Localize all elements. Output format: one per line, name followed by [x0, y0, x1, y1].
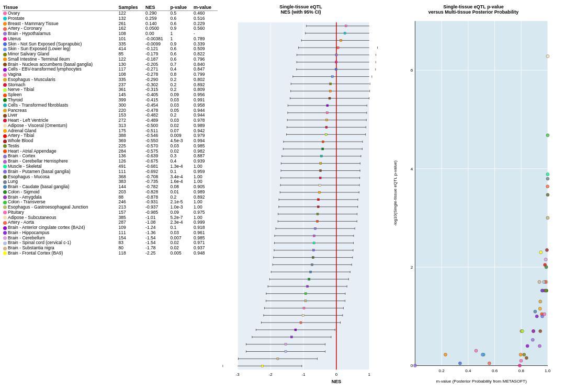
svg-rect-79: [322, 141, 324, 143]
tissue-mvalue: 0.560: [193, 26, 218, 31]
svg-rect-195: [285, 351, 287, 353]
svg-point-259: [546, 193, 549, 197]
svg-rect-204: [415, 21, 548, 365]
svg-text:6: 6: [411, 68, 413, 73]
forest-plot-panel: Single-tissue eQTLNES (with 95% CI) -3-2…: [220, 0, 382, 392]
svg-text:1.0: 1.0: [545, 368, 551, 373]
svg-point-270: [541, 289, 544, 292]
svg-text:-2: -2: [269, 372, 273, 377]
svg-rect-131: [313, 235, 315, 237]
svg-point-265: [546, 216, 549, 220]
tissue-pvalue: 1: [169, 31, 193, 37]
svg-point-267: [546, 55, 549, 58]
svg-rect-127: [314, 227, 317, 229]
svg-text:NES: NES: [332, 379, 342, 384]
svg-point-250: [538, 307, 541, 310]
col-pvalue: p-value: [169, 4, 193, 11]
svg-rect-27: [337, 47, 339, 49]
col-samples: Samples: [117, 4, 144, 11]
svg-text:0.2: 0.2: [439, 368, 445, 373]
forest-plot-title: Single-tissue eQTLNES (with 95% CI): [222, 4, 380, 15]
svg-point-253: [544, 289, 547, 292]
svg-point-236: [519, 353, 522, 356]
svg-rect-35: [335, 61, 337, 63]
svg-rect-19: [344, 32, 346, 34]
svg-text:0: 0: [335, 372, 338, 377]
svg-point-274: [539, 251, 543, 254]
svg-text:-3: -3: [236, 372, 240, 377]
tissue-name-cell: Pancreas: [2, 108, 117, 113]
svg-point-272: [543, 280, 546, 283]
svg-rect-67: [326, 119, 328, 121]
svg-rect-139: [312, 249, 314, 251]
scatter-plot-title: Single-tissue eQTL p-valueversus Multi-t…: [384, 4, 563, 15]
svg-rect-15: [345, 25, 347, 27]
tissue-name-cell: Brain - Frontal Cortex (BA9): [2, 251, 117, 256]
svg-point-234: [481, 353, 484, 356]
svg-point-268: [546, 185, 549, 188]
svg-point-263: [532, 330, 535, 333]
table-row: Brain - Hypothalamus 108 0.00 1 -: [2, 31, 218, 37]
svg-point-237: [525, 356, 528, 360]
svg-rect-159: [307, 285, 309, 287]
svg-point-266: [543, 313, 546, 316]
svg-point-262: [545, 266, 548, 269]
forest-plot-svg: -3-2-101NES: [222, 16, 380, 387]
table-row: Spleen 145 -0.405 0.09 0.956: [2, 93, 218, 98]
svg-point-235: [523, 353, 526, 356]
svg-rect-91: [320, 163, 322, 165]
svg-point-273: [538, 280, 541, 283]
svg-point-269: [535, 315, 538, 318]
table-row: Esophagus - Gastroesophageal Junction 21…: [2, 205, 218, 210]
svg-point-255: [531, 338, 534, 341]
table-row: Ovary 122 0.290 0.5 0.460: [2, 11, 218, 16]
svg-rect-179: [300, 321, 302, 324]
svg-rect-147: [311, 263, 313, 266]
tissue-pvalue: 0.005: [169, 251, 193, 256]
svg-rect-31: [335, 54, 337, 56]
svg-rect-23: [340, 39, 342, 41]
svg-text:m-value (Posterior Probability: m-value (Posterior Probability from META…: [436, 379, 527, 384]
table-row: Brain - Frontal Cortex (BA9) 118 -2.25 0…: [2, 251, 218, 256]
svg-point-239: [519, 359, 523, 362]
svg-point-257: [546, 172, 549, 176]
tissue-table: Tissue Samples NES p-value m-value Ovary…: [2, 4, 218, 256]
svg-point-238: [526, 344, 529, 348]
svg-rect-99: [319, 177, 321, 179]
svg-text:1: 1: [368, 372, 371, 377]
svg-rect-171: [303, 307, 305, 309]
svg-point-233: [458, 362, 461, 365]
svg-rect-95: [320, 169, 322, 171]
tissue-name-cell: Esophagus - Mucosa: [2, 175, 117, 180]
svg-rect-63: [326, 112, 328, 114]
svg-point-264: [546, 134, 549, 137]
svg-point-256: [538, 344, 541, 348]
svg-rect-43: [331, 76, 333, 78]
table-row: Cells - EBV-transformed lymphocytes 117 …: [2, 67, 218, 72]
svg-point-246: [539, 300, 542, 303]
table-row: Adrenal Gland 175 -0.511 0.07 0.942: [2, 129, 218, 134]
svg-rect-199: [277, 358, 279, 360]
svg-rect-103: [319, 184, 321, 186]
col-tissue: Tissue: [2, 4, 117, 11]
scatter-plot-panel: Single-tissue eQTL p-valueversus Multi-t…: [382, 0, 565, 392]
svg-rect-155: [308, 278, 310, 280]
svg-rect-203: [261, 365, 263, 367]
svg-text:-log10(Single-tissue eQTL p-va: -log10(Single-tissue eQTL p-value): [393, 160, 398, 226]
table-row: Nerve - Tibial 361 -0.315 0.2 0.809: [2, 87, 218, 93]
tissue-name-cell: Whole Blood: [2, 139, 117, 144]
table-row: Stomach 237 -0.302 0.2 0.892: [2, 83, 218, 88]
col-mvalue: m-value: [193, 4, 218, 11]
svg-rect-87: [320, 155, 322, 157]
svg-rect-111: [318, 199, 320, 201]
table-row: Pancreas 220 -0.478 0.05 0.944: [2, 108, 218, 113]
svg-point-230: [488, 362, 491, 365]
svg-text:-1: -1: [301, 372, 306, 377]
svg-rect-183: [295, 329, 297, 331]
svg-rect-135: [313, 242, 315, 244]
svg-point-231: [413, 364, 416, 367]
tissue-pvalue: 0.9: [169, 26, 193, 31]
table-row: Esophagus - Mucosa 368 -0.708 3.4e-4 1.0…: [2, 175, 218, 180]
svg-rect-75: [325, 133, 327, 135]
svg-rect-115: [317, 206, 319, 208]
